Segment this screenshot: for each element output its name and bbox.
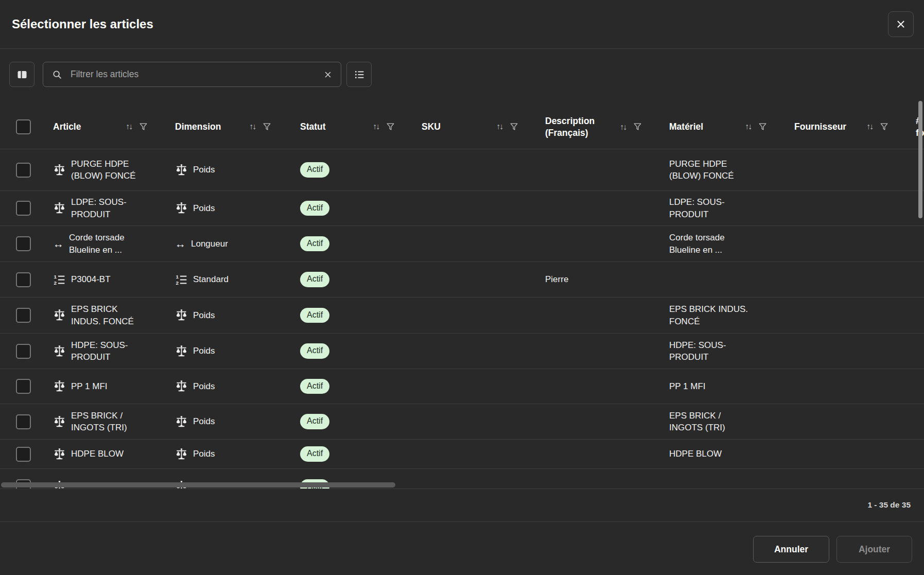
row-checkbox[interactable] xyxy=(16,379,31,394)
toggle-columns-button[interactable] xyxy=(9,62,34,87)
status-badge: Actif xyxy=(300,201,329,216)
header-divider xyxy=(0,48,924,49)
sort-icon[interactable]: ↑↓ xyxy=(496,123,502,131)
ordered-list-icon: 12 xyxy=(53,273,66,286)
arrows-icon: ↔ xyxy=(175,238,186,249)
ordered-list-icon: 12 xyxy=(175,273,188,286)
filter-icon[interactable] xyxy=(633,122,642,132)
row-checkbox[interactable] xyxy=(16,414,31,429)
cell-dimension: Poids xyxy=(156,415,280,428)
cell-materiel xyxy=(650,482,775,490)
cell-article: PP 1 MFI xyxy=(43,380,156,393)
filter-icon[interactable] xyxy=(509,122,519,132)
status-badge: Actif xyxy=(300,379,329,394)
status-badge: Actif xyxy=(300,446,329,461)
cancel-button[interactable]: Annuler xyxy=(753,536,829,563)
table-row[interactable]: EPS BRICK / INGOTS (TRI)PoidsActifEPS BR… xyxy=(0,404,924,439)
table-row[interactable]: EPS BRICK INDUS. FONCÉPoidsActifEPS BRIC… xyxy=(0,297,924,333)
cell-dimension: ↔Longueur xyxy=(156,238,280,250)
row-checkbox[interactable] xyxy=(16,201,31,216)
close-button[interactable] xyxy=(888,11,914,37)
column-header-description_francais[interactable]: Description (Français) xyxy=(545,115,611,138)
cell-dimension: Poids xyxy=(156,448,280,461)
cell-statut: Actif xyxy=(280,236,403,251)
status-badge: Actif xyxy=(300,272,329,287)
table-row[interactable]: PURGE HDPE (BLOW) FONCÉPoidsActifPURGE H… xyxy=(0,149,924,190)
scale-icon xyxy=(53,202,66,215)
sort-icon[interactable]: ↑↓ xyxy=(866,123,873,131)
cell-statut: Actif xyxy=(280,379,403,394)
filter-input[interactable] xyxy=(69,68,317,80)
cell-materiel: Corde torsade Blueline en ... xyxy=(650,232,775,256)
cell-dimension: Poids xyxy=(156,164,280,177)
cell-statut: Actif xyxy=(280,343,403,358)
sort-icon[interactable]: ↑↓ xyxy=(126,123,132,131)
row-checkbox[interactable] xyxy=(16,236,31,251)
svg-text:1: 1 xyxy=(54,273,57,279)
filter-input-wrapper xyxy=(43,62,341,87)
cell-dimension: Poids xyxy=(156,345,280,358)
scale-icon xyxy=(175,380,188,393)
add-button[interactable]: Ajouter xyxy=(836,536,912,563)
cell-statut: Actif xyxy=(280,272,403,287)
scale-icon xyxy=(53,380,66,393)
sort-icon[interactable]: ↑↓ xyxy=(249,123,255,131)
cell-article: HDPE BLOW xyxy=(43,448,156,461)
cell-article: PURGE HDPE (BLOW) FONCÉ xyxy=(43,158,156,182)
cell-article: LDPE: SOUS-PRODUIT xyxy=(43,196,156,220)
row-checkbox[interactable] xyxy=(16,344,31,359)
column-header-materiel[interactable]: Matériel xyxy=(669,121,703,132)
view-options-button[interactable] xyxy=(346,62,372,87)
horizontal-scrollbar-thumb[interactable] xyxy=(1,482,395,487)
sort-icon[interactable]: ↑↓ xyxy=(620,123,626,131)
sort-icon[interactable]: ↑↓ xyxy=(373,123,379,131)
column-header-article[interactable]: Article xyxy=(53,121,81,132)
column-header-dimension[interactable]: Dimension xyxy=(175,121,221,132)
table-row[interactable]: ↔Corde torsade Blueline en ...↔LongueurA… xyxy=(0,225,924,262)
cell-article: EPS BRICK / INGOTS (TRI) xyxy=(43,410,156,434)
scale-icon xyxy=(53,345,66,358)
articles-table: Article↑↓Dimension↑↓Statut↑↓SKU↑↓Descrip… xyxy=(0,105,924,489)
sort-icon[interactable]: ↑↓ xyxy=(745,123,751,131)
cell-dimension: Poids xyxy=(156,380,280,393)
column-header-fournisseur[interactable]: Fournisseur xyxy=(794,121,846,132)
scale-icon xyxy=(175,309,188,322)
close-icon xyxy=(895,19,906,30)
select-all-checkbox[interactable] xyxy=(16,119,31,134)
cell-statut: Actif xyxy=(280,162,403,177)
cell-dimension: Poids xyxy=(156,202,280,215)
filter-icon[interactable] xyxy=(758,122,768,132)
table-header-row: Article↑↓Dimension↑↓Statut↑↓SKU↑↓Descrip… xyxy=(0,105,924,149)
scale-icon xyxy=(53,164,66,177)
select-articles-dialog: Sélectionner les articles Article↑↓Dimen… xyxy=(0,0,924,575)
cell-materiel xyxy=(650,275,775,284)
table-row[interactable]: HDPE BLOWPoidsActifHDPE BLOW xyxy=(0,439,924,468)
table-row[interactable]: HDPE: SOUS-PRODUITPoidsActifHDPE: SOUS-P… xyxy=(0,333,924,369)
table-row[interactable]: PP 1 MFIPoidsActifPP 1 MFI xyxy=(0,369,924,404)
column-header-sku[interactable]: SKU xyxy=(422,121,441,132)
filter-icon[interactable] xyxy=(262,122,272,132)
cell-materiel: PP 1 MFI xyxy=(650,380,775,392)
cell-materiel: EPS BRICK INDUS. FONCÉ xyxy=(650,303,775,327)
clear-filter-button[interactable] xyxy=(323,70,333,79)
filter-icon[interactable] xyxy=(879,122,889,132)
row-checkbox[interactable] xyxy=(16,447,31,462)
filter-icon[interactable] xyxy=(138,122,148,132)
table-row[interactable]: 12P3004-BT12StandardActifPierre xyxy=(0,262,924,297)
svg-text:1: 1 xyxy=(176,273,179,279)
filter-icon[interactable] xyxy=(386,122,395,132)
row-checkbox[interactable] xyxy=(16,272,31,287)
cell-article: HDPE: SOUS-PRODUIT xyxy=(43,339,156,363)
cell-materiel: HDPE BLOW xyxy=(650,448,775,460)
cell-materiel: HDPE: SOUS-PRODUIT xyxy=(650,339,775,363)
pagination-range: 1 - 35 de 35 xyxy=(867,500,911,510)
cell-description: Pierre xyxy=(527,273,650,285)
row-checkbox[interactable] xyxy=(16,163,31,178)
scale-icon xyxy=(175,345,188,358)
scale-icon xyxy=(175,448,188,461)
search-icon xyxy=(51,69,63,80)
table-row[interactable]: LDPE: SOUS-PRODUITPoidsActifLDPE: SOUS-P… xyxy=(0,190,924,225)
vertical-scrollbar-thumb[interactable] xyxy=(918,101,922,218)
column-header-statut[interactable]: Statut xyxy=(300,121,326,132)
row-checkbox[interactable] xyxy=(16,308,31,323)
